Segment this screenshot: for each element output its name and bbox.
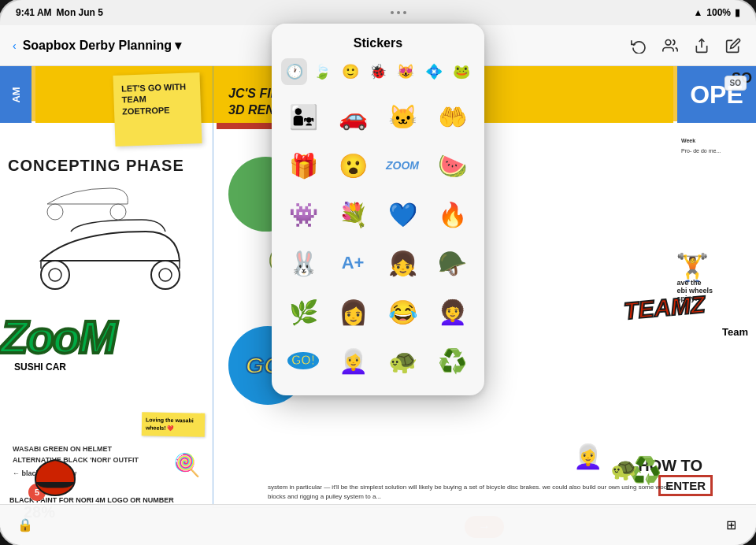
team-label-right: Team	[722, 326, 748, 338]
week-label: Week	[681, 137, 752, 145]
sticky-note-text: LET'S GO WITH TEAM ZOETROPE	[121, 82, 186, 116]
sticker-tab-ladybug[interactable]: 🐞	[365, 58, 391, 85]
sticker-tab-frog[interactable]: 🐸	[449, 58, 475, 85]
svg-point-9	[665, 39, 671, 45]
stickers-panel[interactable]: Stickers 🕐 🍃 🙂 🐞 😻 💠 🐸 👨‍👧 🚗 🐱 🤲 🎁 😮 ZOO…	[272, 24, 484, 395]
sticker-woman2[interactable]: 👩‍🦱	[430, 290, 474, 334]
sticker-flowers[interactable]: 💐	[331, 192, 375, 236]
helmet-area	[32, 452, 79, 499]
sticker-surprised[interactable]: 😮	[331, 143, 375, 187]
sticker-woman[interactable]: 👩	[331, 290, 375, 334]
bottom-bar: 🔒 ⊞	[0, 504, 756, 545]
sticker-go[interactable]: GO!	[281, 339, 325, 383]
svg-point-13	[151, 261, 180, 289]
teamz-sticker: TEAMZ	[622, 291, 706, 325]
lock-icon[interactable]: 🔒	[16, 516, 35, 535]
woman-sticker: 👩‍🦳	[573, 443, 602, 470]
right-panel-body: Pro- de do me...	[681, 147, 752, 155]
time-display: 9:41 AM	[16, 7, 52, 18]
date-display: Mon Jun 5	[57, 7, 103, 18]
sticker-hands[interactable]: 🤲	[430, 95, 474, 139]
turtle-emoji: 🐢	[610, 456, 638, 482]
sushi-car-text: SUSHI CAR	[14, 361, 66, 373]
zoom-label: ZooM	[0, 311, 116, 362]
phase-label-text: CONCEPTING PHASE	[8, 157, 184, 174]
sticker-watermelon[interactable]: 🍉	[430, 143, 474, 187]
sticker-car[interactable]: 🚗	[331, 95, 375, 139]
sticker-tab-emoji[interactable]: 🙂	[337, 58, 363, 85]
title-text: Soapbox Derby Planning	[23, 39, 172, 53]
sticker-tab-leaf[interactable]: 🍃	[309, 58, 335, 85]
canvas-divider	[213, 66, 213, 545]
lollipop-decoration: 🍭	[173, 452, 201, 478]
svg-point-11	[41, 261, 69, 289]
sticker-monster[interactable]: 👾	[281, 192, 325, 236]
sticker-tab-cat[interactable]: 😻	[393, 58, 419, 85]
back-chevron: ‹	[13, 39, 17, 52]
document-title[interactable]: Soapbox Derby Planning ▾	[23, 38, 181, 53]
toolbar-right	[500, 35, 743, 56]
status-right: ▲ 100% ▮	[693, 7, 740, 18]
sticker-tab-gem[interactable]: 💠	[421, 58, 447, 85]
ipad-frame: 9:41 AM Mon Jun 5 ▲ 100% ▮ ‹ Soapbox Der…	[0, 0, 756, 545]
status-left: 9:41 AM Mon Jun 5	[16, 7, 103, 18]
wifi-icon: ▲	[693, 7, 702, 18]
stickers-grid: 👨‍👧 🚗 🐱 🤲 🎁 😮 ZOOM 🍉 👾 💐 💙 🔥 🐰 A+ 👧 🪖 🌿 …	[272, 91, 484, 386]
grid-icon[interactable]: ⊞	[721, 516, 740, 535]
status-bar: 9:41 AM Mon Jun 5 ▲ 100% ▮	[0, 0, 756, 25]
svg-point-17	[47, 204, 63, 220]
toolbar-left: ‹ Soapbox Derby Planning ▾	[13, 38, 256, 53]
body-text-area: system in particular — it'll be the simp…	[268, 483, 677, 502]
sticker-fire-car[interactable]: 🔥	[430, 192, 474, 236]
team-left-banner: AM	[0, 66, 32, 123]
back-button[interactable]: ‹	[13, 39, 17, 52]
share-button[interactable]	[691, 35, 712, 56]
undo-button[interactable]	[628, 35, 649, 56]
sticker-tab-recent[interactable]: 🕐	[281, 58, 307, 85]
so-tag: SO	[724, 76, 747, 91]
edit-pen-button[interactable]	[723, 35, 743, 56]
sticker-cat[interactable]: 🐱	[380, 95, 424, 139]
sticker-heart[interactable]: 💙	[380, 192, 424, 236]
sticker-gift[interactable]: 🎁	[281, 143, 325, 187]
title-chevron: ▾	[175, 38, 181, 53]
loving-text: Loving the wasabi wheels! ❤️	[146, 417, 194, 430]
stickers-tabs: 🕐 🍃 🙂 🐞 😻 💠 🐸	[272, 58, 484, 91]
car-sketch-area	[8, 180, 205, 306]
people-button[interactable]	[660, 35, 680, 56]
sticker-turtle[interactable]: 🐢	[380, 339, 424, 383]
sticker-bunny[interactable]: 🐰	[281, 241, 325, 285]
sticker-leaf[interactable]: 🌿	[281, 290, 325, 334]
bottom-left-tools: 🔒	[16, 516, 35, 535]
svg-point-18	[110, 204, 126, 220]
small-sticky-loving[interactable]: Loving the wasabi wheels! ❤️	[142, 412, 206, 436]
team-left-text: AM	[10, 87, 22, 102]
sticky-note-team[interactable]: LET'S GO WITH TEAM ZOETROPE	[113, 72, 202, 146]
battery-icon: ▮	[735, 7, 740, 18]
sticker-aplus[interactable]: A+	[331, 241, 375, 285]
teamz-label: TEAMZ	[622, 291, 706, 324]
sticker-woman-hijab[interactable]: 👩‍🦳	[331, 339, 375, 383]
battery-display: 100%	[706, 7, 731, 18]
phase-label: CONCEPTING PHASE	[8, 157, 184, 175]
sticker-helmet[interactable]: 🪖	[430, 241, 474, 285]
stickers-panel-title: Stickers	[272, 24, 484, 58]
sticker-zoom[interactable]: ZOOM	[380, 143, 424, 187]
sushi-car-label: SUSHI CAR	[14, 361, 66, 373]
sticker-person1[interactable]: 👧	[380, 241, 424, 285]
sticker-family[interactable]: 👨‍👧	[281, 95, 325, 139]
sticker-recycle[interactable]: ♻️	[430, 339, 474, 383]
dumbbell-emoji: 🏋️	[676, 251, 709, 283]
sticker-laughing[interactable]: 😂	[380, 290, 424, 334]
right-panel-text: Week Pro- de do me...	[681, 137, 752, 155]
svg-point-14	[159, 269, 172, 281]
svg-point-12	[49, 269, 61, 281]
window-dots	[391, 11, 406, 14]
bottom-right-tools: ⊞	[721, 516, 740, 535]
zoom-text: ZooM	[0, 310, 116, 363]
